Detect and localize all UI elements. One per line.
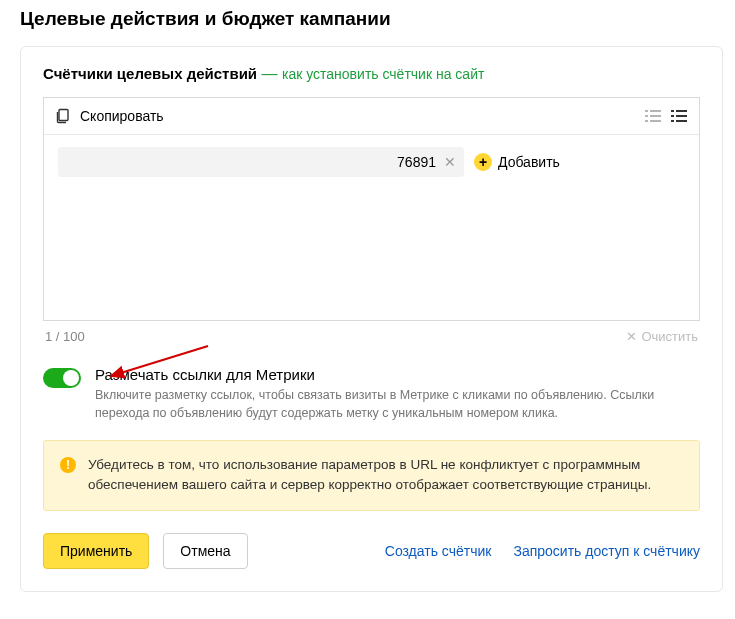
apply-button[interactable]: Применить <box>43 533 149 569</box>
svg-rect-0 <box>59 110 68 121</box>
mark-links-toggle[interactable] <box>43 368 81 388</box>
warning-notice: ! Убедитесь в том, что использование пар… <box>43 440 700 511</box>
counter-box: Скопировать <box>43 97 700 321</box>
view-list-icon[interactable] <box>645 109 661 123</box>
cancel-button[interactable]: Отмена <box>163 533 247 569</box>
toggle-title: Размечать ссылки для Метрики <box>95 366 700 383</box>
svg-rect-8 <box>676 110 687 112</box>
warning-text: Убедитесь в том, что использование парам… <box>88 455 683 496</box>
copy-button[interactable]: Скопировать <box>56 108 164 124</box>
svg-rect-12 <box>676 120 687 122</box>
svg-rect-7 <box>671 110 674 112</box>
svg-rect-1 <box>645 110 648 112</box>
plus-icon: + <box>474 153 492 171</box>
create-counter-link[interactable]: Создать счётчик <box>385 543 492 559</box>
svg-rect-6 <box>650 120 661 122</box>
toggle-knob <box>63 370 79 386</box>
request-access-link[interactable]: Запросить доступ к счётчику <box>513 543 700 559</box>
chip-remove-icon[interactable]: ✕ <box>444 154 456 170</box>
svg-rect-4 <box>650 115 661 117</box>
view-grid-icon[interactable] <box>671 109 687 123</box>
svg-rect-5 <box>645 120 648 122</box>
settings-card: Счётчики целевых действий — как установи… <box>20 46 723 592</box>
add-counter-label: Добавить <box>498 154 560 170</box>
page-title: Целевые действия и бюджет кампании <box>20 8 723 30</box>
clear-label: Очистить <box>641 329 698 344</box>
svg-rect-2 <box>650 110 661 112</box>
close-icon: ✕ <box>626 329 637 344</box>
toggle-description: Включите разметку ссылок, чтобы связать … <box>95 387 700 422</box>
card-header-label: Счётчики целевых действий <box>43 65 257 82</box>
svg-rect-9 <box>671 115 674 117</box>
svg-rect-10 <box>676 115 687 117</box>
counter-count: 1 / 100 <box>45 329 85 344</box>
counter-chip[interactable]: 76891 ✕ <box>58 147 464 177</box>
svg-rect-11 <box>671 120 674 122</box>
add-counter-button[interactable]: + Добавить <box>474 153 560 171</box>
header-dash: — <box>262 65 282 82</box>
warning-icon: ! <box>60 457 76 473</box>
install-counter-link[interactable]: как установить счётчик на сайт <box>282 66 484 82</box>
copy-icon <box>56 108 72 124</box>
counter-chip-id: 76891 <box>378 154 436 170</box>
counter-chip-masked <box>68 147 378 177</box>
copy-label: Скопировать <box>80 108 164 124</box>
clear-button[interactable]: ✕ Очистить <box>626 329 698 344</box>
card-header: Счётчики целевых действий — как установи… <box>43 65 700 83</box>
svg-rect-3 <box>645 115 648 117</box>
